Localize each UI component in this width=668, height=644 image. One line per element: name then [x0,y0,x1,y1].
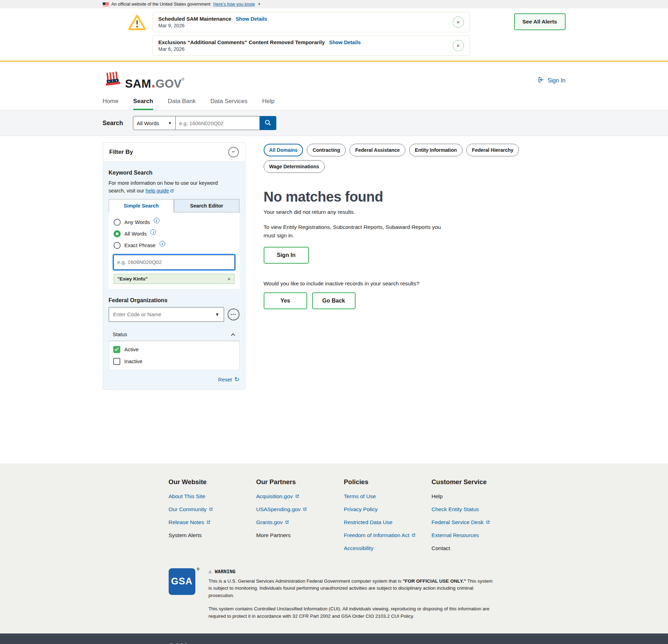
sign-in-button[interactable]: Sign In [264,247,309,264]
more-options-button[interactable]: ... [228,309,239,320]
footer-link-our-community[interactable]: Our Community [169,506,213,513]
show-details-link[interactable]: Show Details [236,16,267,22]
info-icon[interactable]: i [160,241,165,246]
keyword-input[interactable] [114,255,235,270]
collapse-filter-button[interactable]: − [228,147,239,157]
search-button[interactable] [260,116,276,130]
footer-col-policies: Policies Terms of Use Privacy Policy Res… [344,473,432,551]
footer-link-restricted-data-use[interactable]: Restricted Data Use [344,519,393,526]
radio-exact-phrase[interactable]: Exact Phrase i [114,242,235,249]
status-section-toggle[interactable]: Status [109,328,239,341]
external-link-icon [209,507,213,511]
nav-item-data-services[interactable]: Data Services [210,98,248,110]
footer-link-label: Grants.gov [256,519,283,526]
footer-link-help[interactable]: Help [432,493,443,500]
sign-in-link[interactable]: Sign In [538,76,565,84]
see-all-alerts-button[interactable]: See All Alerts [514,13,566,30]
alerts-section: Scheduled SAM Maintenance Show Details M… [0,8,668,62]
footer-link-label: Contact [432,545,450,551]
checkbox-checked[interactable] [113,346,120,353]
nav-item-help[interactable]: Help [262,98,275,110]
external-link-icon [285,520,289,524]
sam-gov-logo[interactable]: SAM★GOV® [103,72,185,89]
us-flag-icon [103,2,109,6]
footer-link-label: Federal Service Desk [432,519,484,526]
pill-entity-information[interactable]: Entity Information [409,144,463,156]
nav-item-search[interactable]: Search [133,98,153,110]
alert-date: Mar 9, 2026 [158,23,268,28]
warning-icon: ⚠ [209,568,212,575]
radio-circle[interactable] [114,230,121,237]
search-input[interactable] [176,116,260,130]
pill-contracting[interactable]: Contracting [307,144,346,156]
checkbox-inactive[interactable]: Inactive [113,358,235,365]
footer-link-usaspending-gov[interactable]: USASpending.gov [256,506,307,513]
filter-panel: Filter By − Keyword Search For more info… [103,142,245,390]
federal-org-select[interactable]: Enter Code or Name ▼ [109,307,224,322]
tab-simple-search[interactable]: Simple Search [109,199,174,212]
pill-federal-hierarchy[interactable]: Federal Hierarchy [466,144,519,156]
radio-circle[interactable] [114,242,121,249]
footer-link-system-alerts[interactable]: System Alerts [169,532,202,538]
search-bar-strip: Search All Words ▼ [0,110,668,136]
radio-circle[interactable] [114,219,121,226]
footer-col-heading: Our Partners [256,478,296,486]
chevron-up-icon [231,332,235,337]
footer-col-our-website: Our Website About This Site Our Communit… [169,473,256,551]
radio-all-words[interactable]: All Words i [114,230,235,237]
chevron-down-icon: ▼ [168,121,172,125]
footer-link-grants-gov[interactable]: Grants.gov [256,519,289,526]
keyword-box: Any Words i All Words i Exact Phrase i "… [109,212,239,289]
warning-text-bold: "FOR OFFICIAL USE ONLY." [403,578,466,584]
footer-link-label: Accessibility [344,545,373,551]
close-alert-button[interactable]: × [453,16,464,28]
info-icon[interactable]: i [154,218,160,223]
search-type-select[interactable]: All Words ▼ [133,116,176,130]
footer-link-release-notes[interactable]: Release Notes [169,519,211,526]
footer-link-privacy-policy[interactable]: Privacy Policy [344,506,378,513]
info-icon[interactable]: i [150,229,156,235]
yes-button[interactable]: Yes [264,292,307,309]
sign-in-note: To view Entity Registrations, Subcontrac… [264,223,446,240]
footer-link-label: Privacy Policy [344,506,378,513]
checkbox-unchecked[interactable] [113,358,120,365]
footer-link-label: Our Community [169,506,207,513]
pill-wage-determinations[interactable]: Wage Determinations [264,160,325,173]
footer-link-label: Acquisition.gov [256,493,293,500]
footer-link-federal-service-desk[interactable]: Federal Service Desk [432,519,490,526]
show-details-link[interactable]: Show Details [329,40,360,45]
footer-link-terms-of-use[interactable]: Terms of Use [344,493,376,500]
footer-link-about-this-site[interactable]: About This Site [169,493,205,500]
close-alert-button[interactable]: × [453,40,464,51]
footer-link-label: About This Site [169,493,205,500]
footer-link-more-partners[interactable]: More Partners [256,532,291,538]
nav-item-data-bank[interactable]: Data Bank [168,98,196,110]
pill-federal-assistance[interactable]: Federal Assistance [350,144,405,156]
checkbox-active[interactable]: Active [113,346,235,353]
how-you-know-link[interactable]: Here’s how you know [213,2,255,7]
tab-search-editor[interactable]: Search Editor [174,199,239,212]
system-warning: ⚠ WARNING This is a U.S. General Service… [209,568,496,621]
sign-in-icon [538,76,545,84]
warning-title: WARNING [215,569,236,574]
help-guide-link[interactable]: help guide [146,188,174,194]
footer-link-external-resources[interactable]: External Resources [432,532,479,538]
nav-item-home[interactable]: Home [103,98,119,110]
go-back-button[interactable]: Go Back [312,292,356,309]
footer-link-accessibility[interactable]: Accessibility [344,545,373,551]
footer-link-check-entity-status[interactable]: Check Entity Status [432,506,479,513]
brand-title: SAM.gov [169,642,566,644]
remove-chip-button[interactable]: × [228,276,231,282]
footer-link-contact[interactable]: Contact [432,545,450,551]
gsa-logo-text: GSA [171,576,193,587]
search-icon [264,119,271,127]
radio-any-words[interactable]: Any Words i [114,219,235,226]
footer-link-foia[interactable]: Freedom of Information Act [344,532,416,538]
reset-link[interactable]: Reset ↻ [218,376,239,383]
domain-filter-pills: All Domains Contracting Federal Assistan… [264,144,566,173]
alert-list: Scheduled SAM Maintenance Show Details M… [153,12,470,56]
pill-all-domains[interactable]: All Domains [264,144,303,156]
alert-date: Mar 6, 2026 [158,46,361,52]
help-guide-label: help guide [146,188,169,194]
footer-link-acquisition-gov[interactable]: Acquisition.gov [256,493,299,500]
